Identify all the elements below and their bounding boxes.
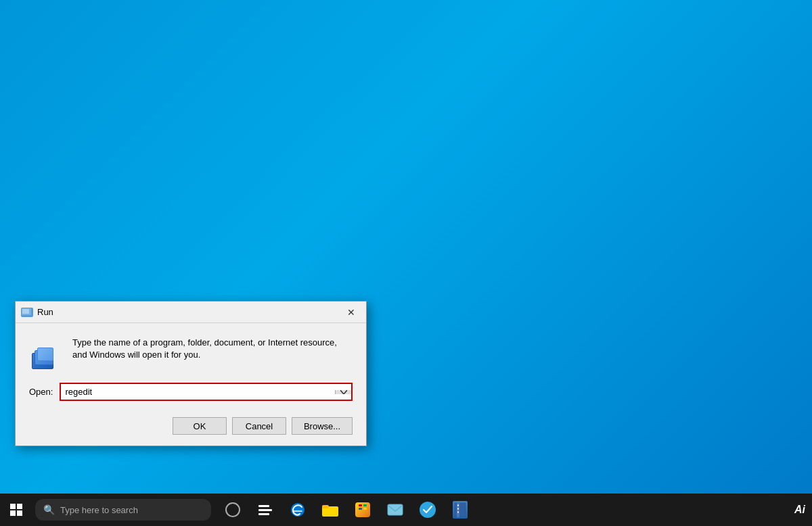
taskbar-center-icons [217, 494, 476, 526]
svg-rect-5 [359, 508, 362, 510]
run-dialog: Run ✕ Type the name of a program, folder… [15, 301, 367, 446]
run-dropdown-arrow[interactable] [335, 390, 351, 394]
taskbar-search[interactable]: 🔍 Type here to search [35, 499, 211, 521]
svg-rect-2 [322, 505, 329, 508]
svg-rect-7 [388, 504, 403, 515]
edge-icon [290, 502, 306, 518]
svg-rect-11 [457, 508, 459, 510]
taskview-button[interactable] [249, 494, 281, 526]
cortana-icon [225, 502, 240, 517]
run-buttons: OK Cancel Browse... [16, 412, 366, 446]
svg-rect-6 [363, 508, 367, 510]
telegram-button[interactable] [411, 494, 444, 526]
taskview-icon [258, 505, 272, 515]
chevron-down-icon [340, 390, 347, 394]
search-icon: 🔍 [43, 504, 55, 515]
mail-icon [387, 503, 403, 517]
run-input[interactable] [61, 384, 335, 400]
winrar-button[interactable] [444, 494, 476, 526]
svg-rect-8 [455, 503, 466, 517]
telegram-icon [420, 502, 436, 518]
run-titlebar-icon [21, 308, 33, 317]
taskbar-search-placeholder: Type here to search [60, 505, 138, 515]
file-explorer-button[interactable] [314, 494, 346, 526]
run-titlebar: Run ✕ [16, 302, 366, 323]
run-input-row: Open: [16, 380, 366, 412]
run-description: Type the name of a program, folder, docu… [72, 337, 353, 361]
store-icon [355, 502, 370, 517]
run-close-button[interactable]: ✕ [342, 305, 361, 320]
cancel-button[interactable]: Cancel [232, 417, 286, 435]
svg-rect-3 [359, 504, 362, 506]
run-dialog-title: Run [37, 307, 342, 317]
run-dialog-body: Type the name of a program, folder, docu… [16, 323, 366, 380]
run-input-wrapper [60, 383, 353, 401]
run-open-label: Open: [29, 387, 53, 397]
svg-rect-10 [457, 504, 459, 506]
browse-button[interactable]: Browse... [292, 417, 353, 435]
ai-label: Ai [794, 504, 805, 516]
winrar-icon [453, 501, 468, 519]
edge-button[interactable] [281, 494, 314, 526]
mail-button[interactable] [379, 494, 411, 526]
taskbar: 🔍 Type here to search [0, 494, 812, 526]
desktop: Run ✕ Type the name of a program, folder… [0, 0, 812, 526]
folder-icon [322, 503, 338, 517]
svg-rect-4 [363, 504, 367, 506]
svg-rect-12 [457, 511, 459, 513]
taskbar-right: Ai [794, 504, 812, 516]
cortana-button[interactable] [217, 494, 249, 526]
ok-button[interactable]: OK [173, 417, 227, 435]
windows-start-icon [10, 504, 22, 516]
start-button[interactable] [0, 494, 32, 526]
run-body-icon [29, 337, 62, 369]
store-button[interactable] [346, 494, 379, 526]
